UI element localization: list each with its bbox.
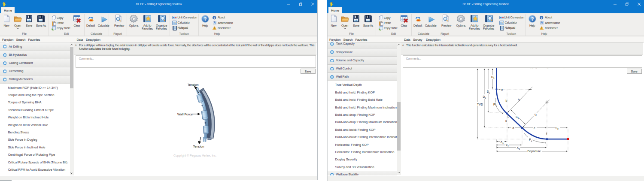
svg-text:i: i	[541, 16, 542, 19]
svg-text:Tension: Tension	[193, 145, 204, 148]
svg-text:a: a	[501, 88, 503, 91]
svg-text:b: b	[506, 99, 507, 102]
svg-text:?: ?	[204, 16, 207, 21]
svg-text:A: A	[213, 21, 216, 24]
svg-text:?: ?	[531, 16, 534, 21]
svg-text:i: i	[214, 16, 215, 19]
svg-text:Wall Force: Wall Force	[177, 112, 193, 116]
svg-text:d: d	[513, 127, 514, 130]
svg-text:Departure: Departure	[528, 150, 541, 153]
svg-text:A: A	[541, 21, 543, 24]
svg-text:TVD: TVD	[477, 103, 483, 106]
svg-text:c: c	[505, 119, 507, 122]
svg-text:Tension: Tension	[188, 83, 199, 87]
svg-text:e: e	[534, 127, 535, 130]
svg-text:f: f	[546, 132, 547, 135]
